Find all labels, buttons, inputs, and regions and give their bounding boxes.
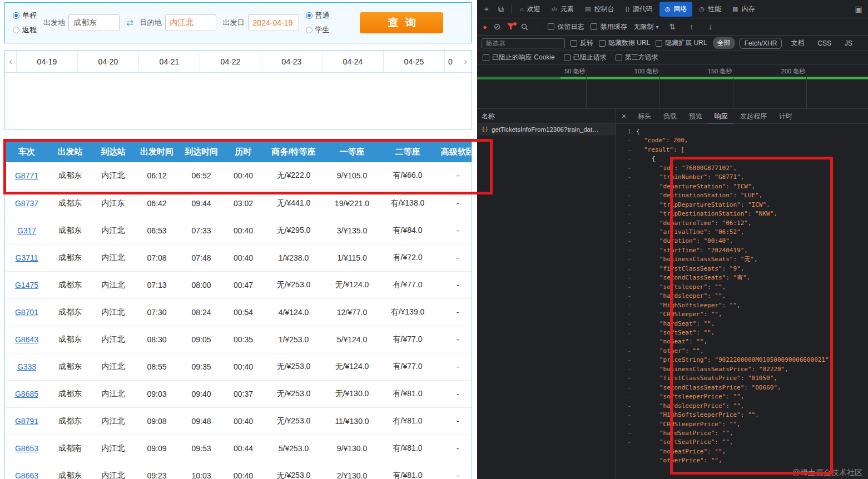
- network-request-row[interactable]: {}getTicketsInfoFrom12306?train_dat…: [477, 123, 616, 136]
- date-prev-chevron-icon[interactable]: ‹: [5, 51, 16, 72]
- filter-input[interactable]: [482, 38, 565, 48]
- performance-icon: ◷: [699, 6, 705, 13]
- timeline-label: 50 毫秒: [564, 67, 585, 76]
- tab-memory[interactable]: ▦内存: [727, 0, 760, 18]
- filter-type-chip[interactable]: 字体: [861, 37, 864, 49]
- cell: 内江北: [92, 162, 135, 189]
- line-gutter: -: [616, 411, 636, 420]
- tab-elements[interactable]: ‹/›元素: [546, 0, 579, 18]
- tab-network[interactable]: ◎网络: [659, 2, 693, 17]
- network-overview-timeline[interactable]: 50 毫秒100 毫秒150 毫秒200 毫秒: [477, 64, 868, 109]
- tab-welcome[interactable]: ⌂欢迎: [514, 0, 546, 18]
- close-icon[interactable]: ×: [616, 112, 632, 121]
- filter-type-chip[interactable]: Fetch/XHR: [740, 38, 782, 49]
- inspect-element-icon[interactable]: ⌖: [479, 4, 494, 14]
- filter-type-chip[interactable]: CSS: [813, 38, 836, 48]
- train-number-link[interactable]: G8663: [15, 471, 38, 479]
- checkbox-label: 已阻止的响应 Cookie: [492, 53, 555, 62]
- train-number-link[interactable]: G8643: [15, 335, 38, 344]
- passenger-type-radio[interactable]: 学生: [306, 25, 330, 35]
- filter-type-chip[interactable]: JS: [840, 38, 857, 48]
- timeline-gridline: [586, 74, 587, 108]
- train-number-link[interactable]: G8653: [15, 444, 38, 453]
- checkbox-label: 保留日志: [557, 22, 584, 32]
- divider: [511, 4, 512, 14]
- filter-checkbox[interactable]: 隐藏数据 URL: [599, 38, 650, 48]
- departure-input[interactable]: [68, 14, 120, 31]
- date-tab[interactable]: 04-25: [383, 51, 444, 72]
- blocked-checkbox[interactable]: 已阻止请求: [564, 53, 607, 62]
- passenger-type-radio[interactable]: 普通: [306, 11, 330, 21]
- detail-tab-计时[interactable]: 计时: [773, 109, 798, 124]
- name-column-header[interactable]: 名称: [477, 109, 616, 123]
- train-number-link[interactable]: G8737: [15, 199, 38, 208]
- watermark: @稀土掘金技术社区: [792, 468, 862, 478]
- date-tab[interactable]: 04-23: [261, 51, 322, 72]
- detail-tab-负载[interactable]: 负载: [657, 109, 683, 124]
- train-number-link[interactable]: G1475: [15, 281, 38, 290]
- train-cell: G317: [5, 217, 48, 244]
- filter-checkbox[interactable]: 反转: [571, 38, 593, 48]
- tab-performance[interactable]: ◷性能: [693, 0, 727, 18]
- train-number-link[interactable]: G333: [17, 362, 36, 371]
- toolbar-checkbox[interactable]: 保留日志: [548, 22, 584, 32]
- cell: 成都东: [48, 298, 92, 326]
- train-number-link[interactable]: G317: [17, 226, 36, 235]
- query-button[interactable]: 查询: [360, 12, 443, 33]
- filter-type-chip[interactable]: 文档: [786, 37, 809, 49]
- train-number-link[interactable]: G8701: [15, 308, 38, 317]
- blocked-checkbox[interactable]: 已阻止的响应 Cookie: [483, 53, 555, 62]
- response-code: "secondClassSeats": "有",: [636, 273, 750, 282]
- date-tab[interactable]: 0: [444, 51, 460, 72]
- clear-network-log-button[interactable]: ⊘: [494, 22, 501, 32]
- detail-tab-预览[interactable]: 预览: [683, 109, 708, 124]
- train-cell: G1475: [5, 271, 48, 298]
- checkbox: [571, 40, 577, 47]
- cell: 无/¥124.0: [324, 353, 380, 380]
- train-number-link[interactable]: G3711: [16, 253, 38, 262]
- filter-toggle-icon[interactable]: [507, 23, 514, 30]
- detail-tab-发起程序[interactable]: 发起程序: [734, 109, 773, 124]
- line-gutter: -: [616, 182, 636, 191]
- search-icon[interactable]: [521, 23, 528, 31]
- device-toolbar-icon[interactable]: ⧉: [494, 4, 508, 14]
- export-har-icon[interactable]: ↓: [703, 22, 717, 31]
- date-input[interactable]: [248, 14, 299, 31]
- trip-type-radio[interactable]: 单程: [13, 11, 37, 21]
- date-tab[interactable]: 04-21: [138, 51, 200, 72]
- train-number-link[interactable]: G8791: [15, 417, 38, 426]
- date-tab[interactable]: 04-20: [77, 51, 138, 72]
- passenger-type-label: 学生: [315, 25, 330, 35]
- checkbox: [599, 40, 606, 47]
- train-number-link[interactable]: G8771: [15, 171, 38, 180]
- date-tab[interactable]: 04-19: [16, 51, 77, 72]
- cell: 09:08: [135, 407, 179, 435]
- toolbar-right-icons: ⇅↑↓: [665, 22, 717, 31]
- line-gutter: -: [616, 228, 636, 237]
- cell: 成都东: [48, 326, 92, 353]
- blocked-checkbox[interactable]: 第三方请求: [616, 53, 658, 62]
- column-header: 高级软卧: [435, 141, 472, 162]
- train-number-link[interactable]: G8685: [15, 390, 38, 398]
- throttling-dropdown[interactable]: 无限制 ▾: [633, 22, 658, 32]
- tab-console[interactable]: ▤控制台: [579, 0, 619, 18]
- record-network-log-button[interactable]: ●: [483, 23, 487, 31]
- dock-side-icon[interactable]: ▣: [851, 4, 866, 13]
- swap-stations-icon[interactable]: ⇄: [126, 18, 133, 28]
- date-next-chevron-icon[interactable]: ›: [460, 51, 471, 72]
- date-tab[interactable]: 04-22: [200, 51, 261, 72]
- toolbar-checkbox[interactable]: 禁用缓存: [591, 22, 627, 32]
- cell: -: [435, 217, 472, 244]
- tab-sources[interactable]: {}源代码: [619, 0, 658, 18]
- trip-type-radio[interactable]: 返程: [13, 25, 37, 35]
- network-conditions-icon[interactable]: ⇅: [665, 22, 679, 31]
- detail-tab-标头[interactable]: 标头: [632, 109, 657, 124]
- destination-input[interactable]: [165, 14, 216, 31]
- detail-tab-响应[interactable]: 响应: [708, 109, 734, 124]
- filter-type-chip[interactable]: 全部: [713, 37, 735, 49]
- response-viewer[interactable]: 1{-"code": 200,-"result": [-{-"id": "760…: [616, 124, 868, 479]
- date-tab[interactable]: 04-24: [322, 51, 383, 72]
- import-har-icon[interactable]: ↑: [684, 22, 698, 31]
- cell: -: [435, 162, 472, 189]
- filter-checkbox[interactable]: 隐藏扩展 URL: [656, 38, 707, 48]
